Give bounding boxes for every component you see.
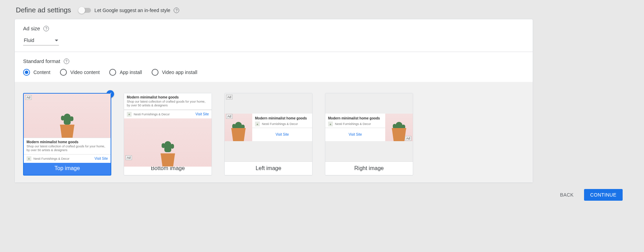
ad-badge: Ad bbox=[125, 155, 132, 160]
page-title: Define ad settings bbox=[16, 6, 71, 14]
help-icon[interactable]: ? bbox=[174, 8, 179, 13]
ad-sample-cta: Visit Site bbox=[276, 133, 289, 136]
template-preview: AdAdModern minimalist home goods▲Nesti F… bbox=[225, 93, 312, 161]
radio-label: Video content bbox=[70, 70, 100, 75]
ad-sample-title: Modern minimalist home goods bbox=[255, 116, 309, 120]
ad-sample-subtitle: Shop our latest collection of crafted go… bbox=[127, 100, 209, 107]
page-header: Define ad settings Let Google suggest an… bbox=[14, 0, 533, 19]
format-radio-video-content[interactable]: Video content bbox=[60, 69, 100, 76]
format-section: Standard format ? ContentVideo contentAp… bbox=[15, 52, 533, 82]
template-label: Right image bbox=[325, 161, 413, 175]
template-card-left-image[interactable]: ✓AdAdModern minimalist home goods▲Nesti … bbox=[224, 93, 313, 176]
ad-sample-brand: Nesti Furnishings & Decor bbox=[335, 122, 371, 126]
format-radio-content[interactable]: Content bbox=[23, 69, 50, 76]
templates-strip: ✓AdModern minimalist home goodsShop our … bbox=[15, 82, 533, 182]
ad-sample-brand: Nesti Furnishings & Decor bbox=[262, 122, 298, 126]
radio-label: Content bbox=[33, 70, 50, 75]
ad-sample-title: Modern minimalist home goods bbox=[27, 140, 108, 144]
brand-logo-icon: ▲ bbox=[328, 122, 333, 126]
template-preview: Modern minimalist home goods▲Nesti Furni… bbox=[325, 93, 413, 161]
format-label: Standard format bbox=[23, 58, 60, 64]
ad-sample-cta: Visit Site bbox=[349, 133, 362, 136]
ad-badge: Ad bbox=[405, 136, 411, 141]
radio-icon bbox=[23, 69, 30, 76]
template-card-right-image[interactable]: ✓Modern minimalist home goods▲Nesti Furn… bbox=[325, 93, 413, 176]
ad-size-section: Ad size ? Fluid bbox=[15, 19, 533, 52]
continue-button[interactable]: CONTINUE bbox=[584, 189, 623, 197]
radio-icon bbox=[109, 69, 116, 76]
ad-sample-cta: Visit Site bbox=[94, 157, 108, 160]
radio-label: App install bbox=[120, 70, 142, 75]
suggest-style-toggle-label: Let Google suggest an in-feed style bbox=[94, 8, 170, 13]
ad-badge: Ad bbox=[226, 95, 233, 99]
ad-sample-cta: Visit Site bbox=[195, 112, 209, 116]
ad-badge: Ad bbox=[25, 95, 32, 100]
format-radio-app-install[interactable]: App install bbox=[109, 69, 142, 76]
ad-size-label: Ad size bbox=[23, 25, 40, 31]
ad-sample-brand: Nesti Furnishings & Decor bbox=[134, 113, 170, 116]
ad-sample-subtitle: Shop our latest collection of crafted go… bbox=[27, 145, 108, 152]
help-icon[interactable]: ? bbox=[43, 26, 49, 31]
brand-logo-icon: ▲ bbox=[255, 122, 260, 126]
brand-logo-icon: ▲ bbox=[27, 156, 31, 161]
ad-sample-title: Modern minimalist home goods bbox=[127, 95, 209, 99]
template-label: Left image bbox=[225, 161, 312, 175]
radio-icon bbox=[152, 69, 159, 76]
suggest-style-toggle[interactable] bbox=[79, 8, 91, 13]
action-row: BACK CONTINUE bbox=[556, 189, 623, 197]
radio-label: Video app install bbox=[162, 70, 197, 75]
ad-size-value: Fluid bbox=[24, 38, 34, 43]
chevron-down-icon bbox=[55, 40, 58, 41]
ad-sample-brand: Nesti Furnishings & Decor bbox=[33, 157, 70, 160]
radio-icon bbox=[60, 69, 67, 76]
format-radio-video-app-install[interactable]: Video app install bbox=[152, 69, 197, 76]
template-card-bottom-image[interactable]: ✓Modern minimalist home goodsShop our la… bbox=[124, 93, 212, 176]
template-preview: AdModern minimalist home goodsShop our l… bbox=[24, 94, 111, 162]
ad-sample-title: Modern minimalist home goods bbox=[328, 116, 382, 120]
ad-badge: Ad bbox=[226, 114, 233, 119]
template-card-top-image[interactable]: ✓AdModern minimalist home goodsShop our … bbox=[23, 93, 111, 176]
help-icon[interactable]: ? bbox=[64, 59, 69, 64]
template-preview: Modern minimalist home goodsShop our lat… bbox=[124, 93, 212, 161]
template-label: Top image bbox=[24, 162, 111, 175]
settings-card: Ad size ? Fluid Standard format ? Conten… bbox=[14, 19, 533, 183]
brand-logo-icon: ▲ bbox=[127, 112, 132, 117]
back-button[interactable]: BACK bbox=[556, 189, 577, 197]
ad-size-select[interactable]: Fluid bbox=[23, 36, 59, 45]
